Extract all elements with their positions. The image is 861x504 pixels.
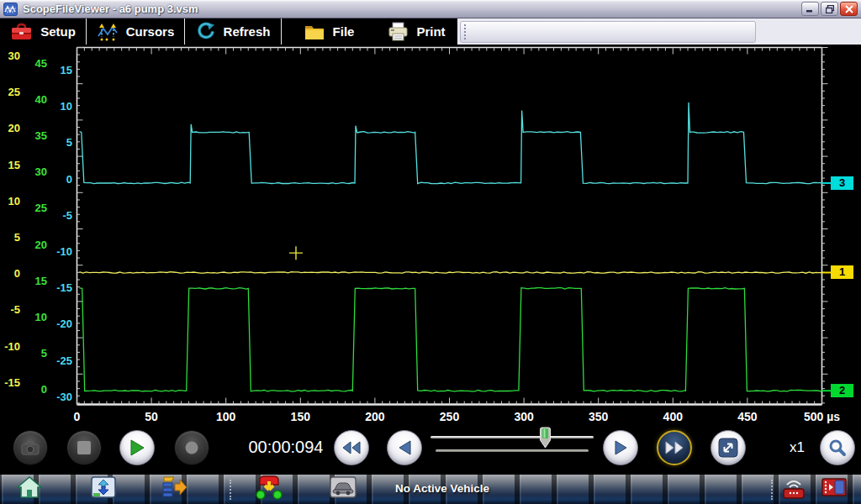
minimize-icon	[806, 5, 814, 13]
scope-display	[0, 45, 861, 475]
recorder-icon[interactable]	[821, 475, 848, 502]
cursors-button[interactable]: Cursors	[87, 18, 184, 45]
setup-label: Setup	[40, 24, 76, 39]
y-scale-label-ch1: 0	[0, 267, 20, 280]
y-scale-label-ch2: 45	[22, 57, 47, 70]
step-back-button[interactable]	[387, 430, 422, 465]
y-scale-label-ch3: 10	[47, 100, 72, 113]
channel-badge-3[interactable]: 3	[831, 176, 853, 190]
taskbar-separator	[230, 480, 231, 500]
taskbar-separator	[771, 480, 773, 500]
folder-icon	[304, 23, 325, 41]
scale-icon	[718, 438, 738, 458]
file-button[interactable]: File	[282, 18, 376, 45]
printer-icon	[388, 22, 409, 41]
zoom-button[interactable]	[820, 430, 855, 465]
close-icon	[845, 5, 853, 13]
window-title: ScopeFileViewer - a6 pump 3.vsm	[23, 3, 198, 15]
setup-button[interactable]: Setup	[0, 18, 86, 45]
title-bar: ScopeFileViewer - a6 pump 3.vsm	[0, 0, 861, 18]
channel-badge-2[interactable]: 2	[831, 384, 853, 397]
refresh-button[interactable]: Refresh	[185, 18, 281, 45]
magnifier-icon	[828, 438, 847, 457]
wireless-device-icon[interactable]	[779, 475, 808, 503]
zoom-factor-label: x1	[782, 439, 812, 456]
y-scale-label-ch2: 0	[22, 383, 47, 396]
play-button[interactable]	[119, 430, 155, 465]
position-slider[interactable]	[429, 427, 597, 464]
toolbar-drag-bar	[460, 21, 756, 43]
minimize-button[interactable]	[801, 2, 819, 16]
scope-screen-icon[interactable]	[90, 475, 117, 502]
y-scale-label-ch3: -30	[47, 391, 72, 403]
y-scale-label-ch2: 15	[22, 275, 47, 287]
y-scale-label-ch3: -20	[47, 318, 72, 330]
slider-track[interactable]	[430, 436, 594, 438]
app-icon	[3, 3, 18, 16]
snapshot-button[interactable]	[13, 430, 48, 465]
y-scale-label-ch2: 5	[22, 347, 47, 360]
y-scale-label-ch1: -5	[0, 303, 20, 316]
y-scale-label-ch3: 15	[47, 64, 72, 76]
step-forward-icon	[615, 440, 627, 455]
slider-groove	[436, 449, 589, 452]
vehicle-icon[interactable]	[330, 476, 357, 501]
y-scale-label-ch3: -15	[47, 281, 72, 294]
rewind-icon	[342, 441, 361, 454]
cursors-icon	[97, 22, 119, 42]
camera-icon	[20, 439, 40, 456]
refresh-label: Refresh	[224, 24, 271, 39]
toolbar: Setup Cursors Refresh File	[0, 18, 861, 45]
toolbar-grip[interactable]	[464, 24, 466, 39]
close-button[interactable]	[840, 2, 858, 16]
y-scale-label-ch3: -5	[47, 209, 72, 222]
y-scale-label-ch3: 5	[47, 136, 72, 149]
y-scale-label-ch3: -25	[47, 354, 72, 367]
y-scale-label-ch1: 20	[0, 122, 20, 134]
y-scale-label-ch1: -15	[0, 376, 20, 389]
step-forward-button[interactable]	[603, 430, 638, 465]
home-icon[interactable]	[16, 475, 43, 502]
slider-thumb[interactable]	[539, 427, 552, 452]
vehicle-status-label: No Active Vehicle	[395, 482, 489, 495]
y-scale-label-ch2: 40	[22, 93, 47, 106]
print-label: Print	[416, 24, 445, 39]
scale-button[interactable]	[710, 430, 746, 465]
record-icon	[185, 441, 198, 454]
play-icon	[129, 439, 145, 456]
data-list-icon[interactable]	[161, 475, 188, 502]
stop-button[interactable]	[66, 430, 102, 465]
y-scale-label-ch2: 30	[22, 165, 47, 178]
toolbox-icon	[10, 22, 33, 42]
fast-forward-icon	[665, 441, 684, 454]
fast-forward-button[interactable]	[657, 430, 692, 465]
time-display: 00:00:094	[246, 438, 326, 457]
y-scale-label-ch1: 30	[0, 50, 20, 62]
channel-badge-1[interactable]: 1	[831, 265, 853, 279]
vehicle-connect-icon[interactable]	[255, 475, 283, 503]
refresh-icon	[196, 22, 216, 42]
toolbar-empty-area	[457, 18, 861, 45]
cursors-label: Cursors	[126, 24, 175, 39]
y-scale-label-ch1: 15	[0, 159, 20, 171]
taskbar: No Active Vehicle	[0, 475, 861, 504]
y-scale-label-ch2: 10	[22, 311, 47, 323]
y-scale-label-ch3: -10	[47, 245, 72, 258]
playback-bar: 00:00:094 x1	[0, 420, 861, 475]
file-label: File	[333, 24, 355, 39]
stop-icon	[77, 441, 91, 454]
y-scale-label-ch3: 0	[47, 173, 72, 186]
y-scale-label-ch1: 25	[0, 86, 20, 98]
record-button[interactable]	[174, 430, 209, 465]
restore-button[interactable]	[821, 2, 838, 16]
y-scale-label-ch2: 20	[22, 239, 47, 251]
restore-icon	[826, 5, 834, 13]
step-back-icon	[399, 440, 411, 455]
rewind-button[interactable]	[334, 430, 369, 465]
y-scale-label-ch2: 25	[22, 202, 47, 214]
y-scale-label-ch1: 10	[0, 195, 20, 207]
print-button[interactable]: Print	[376, 18, 457, 45]
y-scale-label-ch1: -10	[0, 340, 20, 353]
y-scale-label-ch2: 35	[22, 129, 47, 142]
y-scale-label-ch1: 5	[0, 231, 20, 244]
